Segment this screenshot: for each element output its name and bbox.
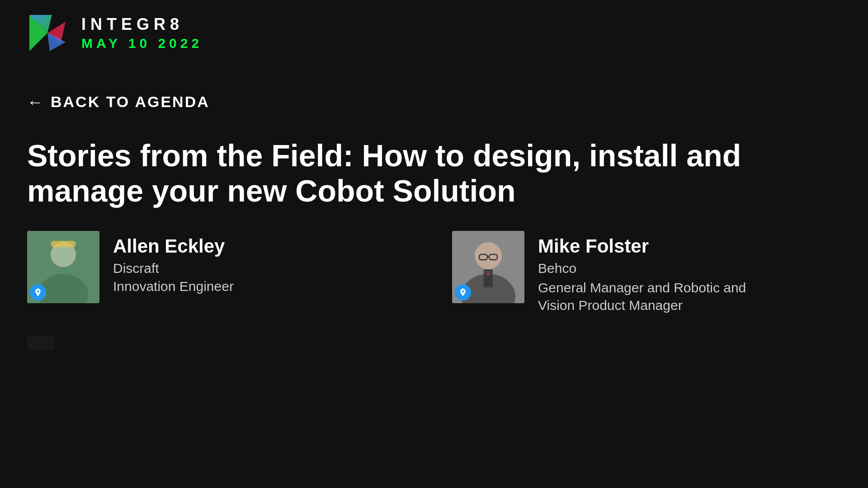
speaker-avatar-wrapper-allen <box>27 231 99 303</box>
speaker-name-allen: Allen Eckley <box>113 235 234 257</box>
brand-date: MAY 10 2022 <box>81 36 203 51</box>
svg-point-17 <box>462 291 464 292</box>
speaker-card-allen: Allen Eckley Discraft Innovation Enginee… <box>27 231 416 314</box>
speakers-row: Allen Eckley Discraft Innovation Enginee… <box>27 231 841 314</box>
speaker-info-mike: Mike Folster Behco General Manager and R… <box>538 231 773 314</box>
speaker-name-mike: Mike Folster <box>538 235 773 257</box>
back-to-agenda-link[interactable]: ← BACK TO AGENDA <box>27 93 210 111</box>
speaker-company-mike: Behco <box>538 261 773 276</box>
speaker-role-mike: General Manager and Robotic and Vision P… <box>538 279 773 314</box>
speaker-company-allen: Discraft <box>113 261 234 276</box>
speaker-avatar-wrapper-mike <box>452 231 524 303</box>
header: INTEGR8 MAY 10 2022 <box>0 0 868 66</box>
speaker-role-allen: Innovation Engineer <box>113 279 234 294</box>
page-wrapper: INTEGR8 MAY 10 2022 ← BACK TO AGENDA Sto… <box>0 0 868 488</box>
svg-rect-7 <box>51 241 76 247</box>
brand-name: INTEGR8 <box>81 15 203 34</box>
svg-point-10 <box>475 242 502 269</box>
session-title: Stories from the Field: How to design, i… <box>27 138 796 208</box>
back-label: BACK TO AGENDA <box>51 93 210 111</box>
svg-point-8 <box>37 291 39 292</box>
speaker-info-allen: Allen Eckley Discraft Innovation Enginee… <box>113 231 234 294</box>
bottom-partial-element <box>27 337 54 350</box>
speaker-card-mike: Mike Folster Behco General Manager and R… <box>452 231 841 314</box>
back-arrow-icon: ← <box>27 94 43 110</box>
logo-text-block: INTEGR8 MAY 10 2022 <box>81 15 203 51</box>
logo-icon <box>27 13 68 53</box>
